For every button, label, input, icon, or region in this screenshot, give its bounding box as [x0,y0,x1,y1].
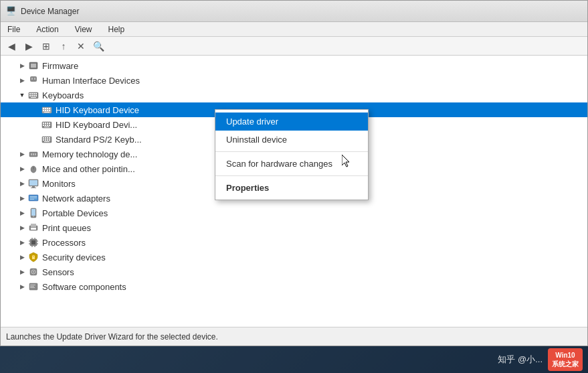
hid-label: Human Interface Devices [42,76,140,86]
network-icon [27,192,39,204]
svg-rect-28 [47,123,48,124]
svg-rect-9 [35,93,37,94]
context-menu-scan-hardware[interactable]: Scan for hardware changes [215,155,368,173]
tree-item-portable[interactable]: ▶ Portable Devices [1,206,587,220]
tree-item-keyboards[interactable]: ▼ Keyboards [1,88,587,102]
expander-software: ▶ [17,281,27,292]
toolbar-update-driver[interactable]: ↑ [56,38,72,54]
tree-item-processors[interactable]: ▶ Processors [1,235,587,250]
print-icon [27,222,39,234]
tree-item-security[interactable]: ▶ Security devices [1,250,587,265]
svg-rect-7 [31,93,33,94]
svg-rect-43 [49,139,50,141]
title-bar-icon: 🖥️ [6,6,17,17]
toolbar-uninstall[interactable]: ✕ [73,38,89,54]
toolbar-back[interactable]: ◀ [3,38,19,54]
svg-rect-84 [30,287,35,288]
sensors-label: Sensors [42,267,74,277]
svg-point-62 [33,216,34,217]
taskbar-watermark: 知乎 @小... [498,354,543,366]
svg-rect-33 [49,125,50,126]
context-menu-separator-2 [215,175,368,176]
device-manager-window: 🖥️ Device Manager File Action View Help … [0,0,588,346]
svg-rect-82 [30,285,35,285]
mice-icon [27,163,39,175]
ps2-keyboard-icon [41,133,53,145]
svg-rect-53 [32,186,35,188]
software-label: Software components [42,282,126,292]
memory-label: Memory technology de... [42,149,137,159]
expander-ps2 [30,134,41,145]
print-label: Print queues [42,223,91,233]
svg-rect-42 [47,139,48,141]
svg-rect-17 [45,108,46,109]
taskbar: 知乎 @小... Win10 系统之家 [0,346,588,373]
svg-rect-20 [43,110,44,111]
svg-rect-31 [45,125,46,126]
svg-rect-57 [30,196,37,197]
svg-rect-52 [29,180,37,185]
tree-item-software-components[interactable]: ▶ Software components [1,279,587,294]
toolbar-forward[interactable]: ▶ [21,38,37,54]
title-bar: 🖥️ Device Manager [1,1,587,22]
context-menu-separator-1 [215,151,368,152]
menu-file[interactable]: File [3,23,24,35]
monitors-icon [27,177,39,190]
hid-keyboard-2-label: HID Keyboard Devi... [56,120,137,130]
menu-view[interactable]: View [71,23,96,35]
hid-keyboard-2-icon [41,119,53,131]
svg-rect-40 [43,139,44,141]
hid-keyboard-1-icon [41,104,53,116]
toolbar-scan-hardware[interactable]: 🔍 [90,38,106,54]
firmware-label: Firmware [42,61,78,71]
svg-rect-65 [31,228,36,230]
svg-rect-39 [49,137,50,139]
expander-print: ▶ [17,222,27,233]
expander-hid-kb1 [30,104,41,115]
expander-memory: ▶ [17,149,27,159]
ps2-keyboard-label: Standard PS/2 Keyb... [56,135,142,145]
network-label: Network adapters [42,194,110,204]
expander-hid: ▶ [17,75,27,86]
window-title: Device Manager [21,7,79,16]
monitors-label: Monitors [42,179,76,189]
svg-rect-12 [33,95,35,96]
svg-rect-64 [31,224,36,227]
menu-bar: File Action View Help [1,22,587,37]
security-icon [27,251,39,263]
svg-rect-27 [45,123,46,124]
tree-item-sensors[interactable]: ▶ Sensors [1,265,587,279]
svg-rect-67 [31,240,35,244]
svg-rect-47 [33,153,34,155]
status-bar: Launches the Update Driver Wizard for th… [1,327,587,346]
svg-rect-29 [49,123,50,124]
keyboards-label: Keyboards [42,90,84,100]
menu-action[interactable]: Action [32,23,62,35]
sensors-icon [27,266,39,278]
svg-rect-26 [43,123,44,124]
main-content: ▶ Firmware ▶ Human Interface Devices ▼ [1,56,587,327]
context-menu-properties[interactable]: Properties [215,179,368,197]
svg-rect-8 [33,93,35,94]
mice-label: Mice and other pointin... [42,164,135,174]
svg-rect-4 [34,78,35,80]
context-menu-update-driver[interactable]: Update driver [215,113,368,131]
svg-rect-18 [47,108,48,109]
tree-item-hid[interactable]: ▶ Human Interface Devices [1,73,587,88]
svg-rect-41 [45,139,46,141]
software-icon [27,281,39,293]
tree-item-print-queues[interactable]: ▶ Print queues [1,220,587,235]
portable-icon [27,207,39,219]
svg-rect-16 [43,108,44,109]
menu-help[interactable]: Help [104,23,129,35]
svg-rect-22 [47,110,48,111]
toolbar-properties[interactable]: ⊞ [38,38,54,54]
context-menu-uninstall-device[interactable]: Uninstall device [215,131,368,149]
tree-item-firmware[interactable]: ▶ Firmware [1,58,587,73]
svg-rect-14 [31,97,36,98]
expander-network: ▶ [17,193,27,204]
portable-label: Portable Devices [42,208,108,218]
hid-keyboard-1-label: HID Keyboard Device [56,105,139,115]
expander-firmware: ▶ [17,60,27,71]
firmware-icon [27,60,39,72]
